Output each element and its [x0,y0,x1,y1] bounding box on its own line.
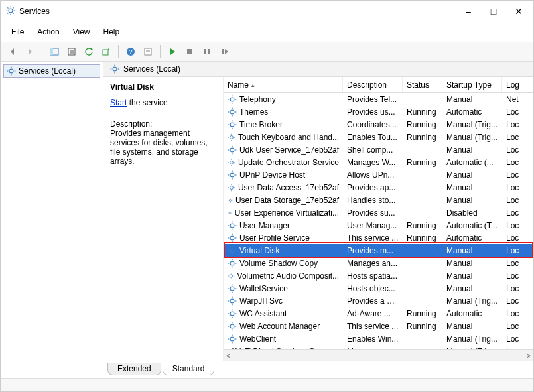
svg-point-36 [113,67,117,71]
svg-point-136 [230,337,234,341]
table-row[interactable]: Virtual DiskProvides m...ManualLoc [224,244,533,257]
table-row[interactable]: User ManagerUser Manag...RunningAutomati… [224,219,533,231]
cell-startup: Manual [442,284,502,293]
table-row[interactable]: User Experience Virtualizati...Provides … [224,206,533,219]
menu-view[interactable]: View [66,25,97,39]
svg-point-76 [230,186,233,189]
cell-description: Shell comp... [343,145,403,155]
forward-button[interactable] [22,44,38,60]
menu-help[interactable]: Help [97,25,127,39]
stop-service-button[interactable] [182,44,198,60]
table-row[interactable]: Volumetric Audio Composit...Hosts spatia… [224,269,533,282]
table-row[interactable]: User Profile ServiceThis service ...Runn… [224,231,533,244]
window-title: Services [19,7,462,16]
table-row[interactable]: Time BrokerCoordinates...RunningManual (… [224,118,533,131]
cell-startup: Manual [442,259,502,268]
cell-status: Running [403,120,442,129]
cell-description: Enables Win... [343,334,403,344]
cell-description: This service ... [343,322,403,331]
tree-root-label: Services (Local) [19,66,76,76]
horizontal-scrollbar[interactable]: < > [224,349,533,361]
table-row[interactable]: Touch Keyboard and Hand...Enables Tou...… [224,131,533,143]
table-row[interactable]: TelephonyProvides Tel...ManualNet [224,93,533,105]
properties-icon-button[interactable] [140,44,156,60]
console-tree: Services (Local) [1,62,103,378]
table-row[interactable]: WalletServiceHosts objec...ManualLoc [224,282,533,294]
cell-logon: Loc [502,221,525,230]
table-row[interactable]: UPnP Device HostAllows UPn...ManualLoc [224,168,533,181]
cell-name-text: Web Account Manager [239,322,320,331]
tab-extended[interactable]: Extended [107,363,161,375]
refresh-button[interactable] [81,44,97,60]
table-row[interactable]: User Data Access_17eb52afProvides ap...M… [224,181,533,194]
column-description[interactable]: Description [343,77,403,92]
column-logon[interactable]: Log [502,77,525,92]
show-hide-console-tree-button[interactable] [46,44,62,60]
pause-service-button[interactable] [199,44,215,60]
svg-marker-10 [29,48,32,55]
back-button[interactable] [5,44,21,60]
cell-logon: Loc [502,145,525,155]
tree-services-local[interactable]: Services (Local) [3,64,100,78]
column-status[interactable]: Status [403,77,442,92]
cell-logon: Loc [502,347,525,350]
cell-description: User Manag... [343,221,403,230]
cell-status: Running [403,233,442,243]
table-row[interactable]: ThemesProvides us...RunningAutomaticLoc [224,105,533,118]
gear-icon [7,66,16,76]
cell-name: Volume Shadow Copy [224,259,343,268]
column-name[interactable]: Name▴ [224,77,343,92]
table-row[interactable]: User Data Storage_17eb52afHandles sto...… [224,194,533,206]
table-row[interactable]: Web Account ManagerThis service ...Runni… [224,320,533,332]
minimize-button[interactable]: – [462,6,475,17]
svg-point-91 [230,224,234,228]
gear-icon [228,246,237,255]
maximize-button[interactable]: □ [487,6,500,17]
cell-description: Provides m... [343,246,403,255]
table-row[interactable]: Update Orchestrator ServiceManages W...R… [224,156,533,168]
detail-service-name: Virtual Disk [110,82,216,92]
svg-marker-19 [108,48,110,50]
table-row[interactable]: Volume Shadow CopyManages an...ManualLoc [224,257,533,269]
cell-description: Provides Tel... [343,95,403,104]
table-row[interactable]: Udk User Service_17eb52afShell comp...Ma… [224,143,533,156]
gear-icon [228,158,235,167]
cell-name-text: Volume Shadow Copy [239,259,318,268]
cell-name-text: Wi-Fi Direct Services Conne... [232,347,339,350]
scroll-right-icon[interactable]: > [527,352,531,359]
cell-startup: Manual (Trig... [442,296,502,306]
cell-name: Themes [224,107,343,117]
cell-logon: Loc [502,158,525,167]
cell-name: Time Broker [224,120,343,129]
table-row[interactable]: WC AssistantAd-Aware ...RunningAutomatic… [224,307,533,320]
gear-icon [228,322,237,331]
table-row[interactable]: Wi-Fi Direct Services Conne...Manages co… [224,345,533,349]
cell-name: Touch Keyboard and Hand... [224,133,343,142]
menu-action[interactable]: Action [31,25,66,39]
restart-service-button[interactable] [216,44,232,60]
cell-startup: Automatic [442,107,502,117]
table-row[interactable]: WarpJITSvcProvides a JI...Manual (Trig..… [224,294,533,307]
close-button[interactable]: ✕ [512,6,525,17]
gear-icon [228,221,237,230]
sort-caret-icon: ▴ [251,82,255,88]
svg-point-101 [230,249,234,253]
start-service-link[interactable]: Start [110,98,127,107]
scroll-left-icon[interactable]: < [226,352,230,359]
table-row[interactable]: WebClientEnables Win...Manual (Trig...Lo… [224,332,533,345]
export-list-button[interactable] [98,44,114,60]
cell-description: Provides su... [343,208,403,218]
cell-status: Running [403,158,442,167]
cell-description: Enables Tou... [343,133,403,142]
gear-icon [228,296,237,306]
properties-button[interactable] [64,44,80,60]
start-service-button[interactable] [165,44,180,60]
menu-file[interactable]: File [5,25,31,39]
cell-status: Running [403,107,442,117]
help-button[interactable]: ? [123,44,139,60]
column-startup[interactable]: Startup Type [442,77,502,92]
tab-standard[interactable]: Standard [163,363,215,375]
cell-name-text: UPnP Device Host [239,170,305,180]
gear-icon [228,95,237,104]
svg-point-121 [230,299,234,303]
